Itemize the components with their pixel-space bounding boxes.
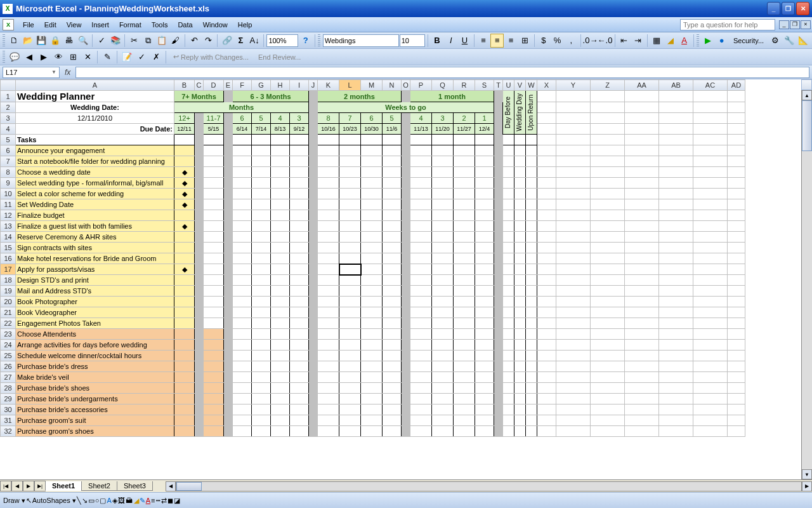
toolbar-grip-3[interactable] xyxy=(697,34,699,47)
increase-indent-icon[interactable]: ⇥ xyxy=(631,34,645,48)
grid-cell[interactable] xyxy=(526,426,537,437)
grid-cell[interactable] xyxy=(290,253,309,264)
grid-cell[interactable] xyxy=(174,307,195,318)
col-header-A[interactable]: A xyxy=(16,80,174,91)
grid-cell[interactable] xyxy=(514,307,526,318)
row-header-18[interactable]: 18 xyxy=(1,275,16,286)
grid-cell[interactable] xyxy=(290,189,309,199)
grid-cell[interactable] xyxy=(339,156,361,167)
grid-cell[interactable] xyxy=(339,199,361,210)
hscroll-track[interactable] xyxy=(176,481,802,491)
grid-cell[interactable] xyxy=(204,329,224,340)
grid-cell[interactable] xyxy=(271,243,290,253)
grid-cell[interactable] xyxy=(454,275,475,286)
task-cell[interactable]: Purchase bride's accessories xyxy=(16,404,174,415)
grid-cell[interactable] xyxy=(454,297,475,307)
grid-cell[interactable] xyxy=(204,243,224,253)
grid-cell[interactable] xyxy=(432,156,454,167)
grid-cell[interactable] xyxy=(233,404,252,415)
grid-cell[interactable] xyxy=(526,189,537,199)
grid-cell[interactable] xyxy=(233,243,252,253)
minimize-button[interactable]: _ xyxy=(767,2,780,15)
row-header-1[interactable]: 1 xyxy=(1,91,16,102)
task-cell[interactable]: Announce your engagement xyxy=(16,145,174,156)
grid-cell[interactable] xyxy=(383,232,402,243)
col-header-D[interactable]: D xyxy=(204,80,224,91)
grid-cell[interactable] xyxy=(514,178,526,189)
grid-cell[interactable] xyxy=(318,189,339,199)
grid-cell[interactable] xyxy=(318,264,339,275)
hscroll-right-button[interactable]: ▶ xyxy=(802,481,812,491)
sheet-tab-2[interactable]: Sheet2 xyxy=(81,481,117,491)
grid-cell[interactable] xyxy=(503,297,514,307)
grid-cell[interactable] xyxy=(204,318,224,329)
select-objects-icon[interactable]: ↖ xyxy=(26,497,32,505)
increase-decimal-icon[interactable]: .0→ xyxy=(584,34,598,48)
grid-cell[interactable] xyxy=(290,210,309,221)
grid-cell[interactable] xyxy=(318,178,339,189)
record-macro-icon[interactable]: ● xyxy=(715,34,728,48)
grid-cell[interactable] xyxy=(233,383,252,394)
grid-cell[interactable] xyxy=(271,426,290,437)
grid-cell[interactable] xyxy=(252,264,271,275)
grid-cell[interactable] xyxy=(233,275,252,286)
grid-cell[interactable] xyxy=(271,383,290,394)
grid-cell[interactable] xyxy=(410,253,432,264)
underline-icon[interactable]: U xyxy=(458,34,471,48)
toolbar-grip[interactable] xyxy=(3,34,5,47)
grid-cell[interactable] xyxy=(526,264,537,275)
autosum-icon[interactable]: Σ xyxy=(234,34,247,48)
task-cell[interactable]: Book Photographer xyxy=(16,297,174,307)
grid-cell[interactable] xyxy=(503,243,514,253)
grid-cell[interactable] xyxy=(204,415,224,426)
hscroll-thumb[interactable] xyxy=(176,482,202,491)
menu-data[interactable]: Data xyxy=(173,19,197,30)
grid-cell[interactable] xyxy=(361,318,383,329)
grid-cell[interactable] xyxy=(526,145,537,156)
grid-cell[interactable] xyxy=(174,383,195,394)
grid-cell[interactable] xyxy=(204,426,224,437)
prev-comment-icon[interactable]: ◀ xyxy=(22,50,36,64)
dash-style-icon[interactable]: ┅ xyxy=(156,497,160,505)
grid-cell[interactable] xyxy=(514,286,526,297)
grid-cell[interactable] xyxy=(454,351,475,361)
grid-cell[interactable] xyxy=(290,221,309,232)
grid-cell[interactable] xyxy=(514,297,526,307)
col-header-K[interactable]: K xyxy=(318,80,339,91)
grid-cell[interactable]: ◆ xyxy=(174,167,195,178)
grid-cell[interactable] xyxy=(318,275,339,286)
grid-cell[interactable] xyxy=(383,394,402,404)
grid-cell[interactable] xyxy=(475,307,494,318)
grid-cell[interactable] xyxy=(526,372,537,383)
draw-menu[interactable]: Draw ▾ xyxy=(3,497,25,505)
row-header-5[interactable]: 5 xyxy=(1,135,16,145)
show-all-comments-icon[interactable]: ⊞ xyxy=(66,50,80,64)
row-header-14[interactable]: 14 xyxy=(1,232,16,243)
grid-cell[interactable] xyxy=(339,307,361,318)
track-changes-icon[interactable]: 📝 xyxy=(120,50,134,64)
grid-cell[interactable] xyxy=(271,167,290,178)
format-painter-icon[interactable]: 🖌 xyxy=(169,34,182,48)
grid-cell[interactable] xyxy=(318,167,339,178)
grid-cell[interactable] xyxy=(318,145,339,156)
tab-nav-last[interactable]: ▶| xyxy=(34,481,46,491)
save-icon[interactable]: 💾 xyxy=(35,34,48,48)
grid-cell[interactable] xyxy=(252,145,271,156)
col-header-F[interactable]: F xyxy=(233,80,252,91)
grid-cell[interactable] xyxy=(383,156,402,167)
grid-cell[interactable] xyxy=(174,340,195,351)
grid-cell[interactable] xyxy=(339,426,361,437)
task-cell[interactable]: Purchase bride's undergarments xyxy=(16,394,174,404)
grid-cell[interactable] xyxy=(514,394,526,404)
new-comment-icon[interactable]: 💬 xyxy=(8,50,22,64)
col-header-U[interactable]: U xyxy=(503,80,514,91)
col-header-L[interactable]: L xyxy=(339,80,361,91)
row-header-8[interactable]: 8 xyxy=(1,167,16,178)
grid-cell[interactable] xyxy=(233,307,252,318)
grid-cell[interactable] xyxy=(339,210,361,221)
grid-cell[interactable] xyxy=(526,297,537,307)
grid-cell[interactable] xyxy=(526,221,537,232)
security-button[interactable]: Security... xyxy=(729,34,768,48)
grid-cell[interactable] xyxy=(454,307,475,318)
grid-cell[interactable] xyxy=(361,383,383,394)
